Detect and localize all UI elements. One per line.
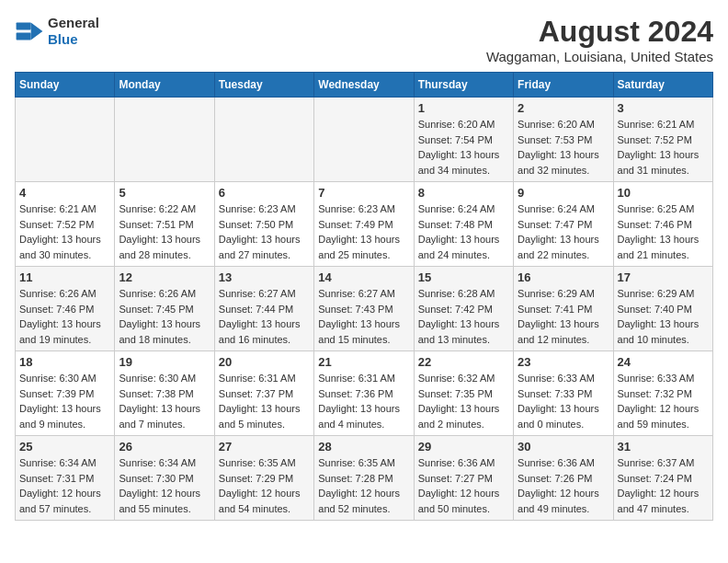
calendar-cell: 10Sunrise: 6:25 AM Sunset: 7:46 PM Dayli… xyxy=(613,182,712,267)
week-row-2: 4Sunrise: 6:21 AM Sunset: 7:52 PM Daylig… xyxy=(16,182,713,267)
day-detail: Sunrise: 6:37 AM Sunset: 7:24 PM Dayligh… xyxy=(618,455,709,516)
day-number: 9 xyxy=(518,186,609,200)
week-row-3: 11Sunrise: 6:26 AM Sunset: 7:46 PM Dayli… xyxy=(16,267,713,351)
day-number: 22 xyxy=(418,355,509,369)
calendar-cell: 15Sunrise: 6:28 AM Sunset: 7:42 PM Dayli… xyxy=(414,267,513,351)
calendar-cell: 23Sunrise: 6:33 AM Sunset: 7:33 PM Dayli… xyxy=(514,351,613,436)
header-row: SundayMondayTuesdayWednesdayThursdayFrid… xyxy=(16,73,713,98)
day-detail: Sunrise: 6:20 AM Sunset: 7:53 PM Dayligh… xyxy=(518,117,609,178)
day-detail: Sunrise: 6:29 AM Sunset: 7:40 PM Dayligh… xyxy=(618,286,709,347)
calendar-cell: 27Sunrise: 6:35 AM Sunset: 7:29 PM Dayli… xyxy=(214,436,313,521)
day-number: 29 xyxy=(418,440,509,454)
calendar-cell: 2Sunrise: 6:20 AM Sunset: 7:53 PM Daylig… xyxy=(514,98,613,182)
calendar-cell xyxy=(314,98,414,182)
day-number: 18 xyxy=(19,355,110,369)
day-detail: Sunrise: 6:26 AM Sunset: 7:46 PM Dayligh… xyxy=(19,286,110,347)
day-number: 4 xyxy=(19,186,110,200)
day-detail: Sunrise: 6:36 AM Sunset: 7:27 PM Dayligh… xyxy=(418,455,509,516)
calendar-cell: 6Sunrise: 6:23 AM Sunset: 7:50 PM Daylig… xyxy=(214,182,313,267)
calendar-table: SundayMondayTuesdayWednesdayThursdayFrid… xyxy=(15,72,713,521)
day-number: 17 xyxy=(618,270,709,284)
day-detail: Sunrise: 6:31 AM Sunset: 7:37 PM Dayligh… xyxy=(219,371,310,431)
calendar-cell: 17Sunrise: 6:29 AM Sunset: 7:40 PM Dayli… xyxy=(613,267,712,351)
week-row-1: 1Sunrise: 6:20 AM Sunset: 7:54 PM Daylig… xyxy=(16,98,713,182)
day-number: 20 xyxy=(219,355,310,369)
day-detail: Sunrise: 6:27 AM Sunset: 7:43 PM Dayligh… xyxy=(318,286,409,347)
day-detail: Sunrise: 6:30 AM Sunset: 7:38 PM Dayligh… xyxy=(119,371,210,431)
week-row-5: 25Sunrise: 6:34 AM Sunset: 7:31 PM Dayli… xyxy=(16,436,713,521)
day-number: 13 xyxy=(219,270,310,284)
calendar-cell: 28Sunrise: 6:35 AM Sunset: 7:28 PM Dayli… xyxy=(314,436,414,521)
calendar-cell: 3Sunrise: 6:21 AM Sunset: 7:52 PM Daylig… xyxy=(613,98,712,182)
calendar-cell: 7Sunrise: 6:23 AM Sunset: 7:49 PM Daylig… xyxy=(314,182,414,267)
calendar-cell: 25Sunrise: 6:34 AM Sunset: 7:31 PM Dayli… xyxy=(16,436,115,521)
day-detail: Sunrise: 6:26 AM Sunset: 7:45 PM Dayligh… xyxy=(119,286,210,347)
day-number: 8 xyxy=(418,186,509,200)
day-number: 10 xyxy=(618,186,709,200)
day-number: 1 xyxy=(418,101,509,115)
main-title: August 2024 xyxy=(486,15,713,49)
day-detail: Sunrise: 6:20 AM Sunset: 7:54 PM Dayligh… xyxy=(418,117,509,178)
day-number: 23 xyxy=(518,355,609,369)
day-detail: Sunrise: 6:36 AM Sunset: 7:26 PM Dayligh… xyxy=(518,455,609,516)
day-number: 24 xyxy=(618,355,709,369)
day-number: 31 xyxy=(618,440,709,454)
calendar-cell: 13Sunrise: 6:27 AM Sunset: 7:44 PM Dayli… xyxy=(214,267,313,351)
day-number: 3 xyxy=(618,101,709,115)
day-number: 15 xyxy=(418,270,509,284)
column-header-thursday: Thursday xyxy=(414,73,513,98)
day-detail: Sunrise: 6:27 AM Sunset: 7:44 PM Dayligh… xyxy=(219,286,310,347)
day-number: 14 xyxy=(318,270,409,284)
calendar-cell: 4Sunrise: 6:21 AM Sunset: 7:52 PM Daylig… xyxy=(16,182,115,267)
day-number: 5 xyxy=(119,186,210,200)
day-number: 25 xyxy=(19,440,110,454)
calendar-cell xyxy=(115,98,214,182)
day-number: 27 xyxy=(219,440,310,454)
column-header-sunday: Sunday xyxy=(16,73,115,98)
calendar-cell: 30Sunrise: 6:36 AM Sunset: 7:26 PM Dayli… xyxy=(514,436,613,521)
calendar-cell: 29Sunrise: 6:36 AM Sunset: 7:27 PM Dayli… xyxy=(414,436,513,521)
calendar-cell: 20Sunrise: 6:31 AM Sunset: 7:37 PM Dayli… xyxy=(214,351,313,436)
calendar-cell xyxy=(16,98,115,182)
day-detail: Sunrise: 6:30 AM Sunset: 7:39 PM Dayligh… xyxy=(19,371,110,431)
day-number: 6 xyxy=(219,186,310,200)
column-header-wednesday: Wednesday xyxy=(314,73,414,98)
svg-rect-2 xyxy=(17,22,31,29)
day-number: 26 xyxy=(119,440,210,454)
calendar-cell: 5Sunrise: 6:22 AM Sunset: 7:51 PM Daylig… xyxy=(115,182,214,267)
column-header-monday: Monday xyxy=(115,73,214,98)
calendar-cell: 11Sunrise: 6:26 AM Sunset: 7:46 PM Dayli… xyxy=(16,267,115,351)
logo: General Blue xyxy=(15,15,99,48)
calendar-cell: 12Sunrise: 6:26 AM Sunset: 7:45 PM Dayli… xyxy=(115,267,214,351)
day-number: 12 xyxy=(119,270,210,284)
column-header-saturday: Saturday xyxy=(613,73,712,98)
calendar-cell: 22Sunrise: 6:32 AM Sunset: 7:35 PM Dayli… xyxy=(414,351,513,436)
day-detail: Sunrise: 6:23 AM Sunset: 7:49 PM Dayligh… xyxy=(318,201,409,262)
calendar-cell: 1Sunrise: 6:20 AM Sunset: 7:54 PM Daylig… xyxy=(414,98,513,182)
day-detail: Sunrise: 6:33 AM Sunset: 7:32 PM Dayligh… xyxy=(618,371,709,431)
svg-rect-3 xyxy=(17,33,31,40)
day-detail: Sunrise: 6:29 AM Sunset: 7:41 PM Dayligh… xyxy=(518,286,609,347)
day-detail: Sunrise: 6:24 AM Sunset: 7:48 PM Dayligh… xyxy=(418,201,509,262)
day-number: 19 xyxy=(119,355,210,369)
day-detail: Sunrise: 6:21 AM Sunset: 7:52 PM Dayligh… xyxy=(618,117,709,178)
subtitle: Waggaman, Louisiana, United States xyxy=(486,49,713,64)
day-detail: Sunrise: 6:22 AM Sunset: 7:51 PM Dayligh… xyxy=(119,201,210,262)
column-header-friday: Friday xyxy=(514,73,613,98)
day-detail: Sunrise: 6:31 AM Sunset: 7:36 PM Dayligh… xyxy=(318,371,409,431)
logo-icon xyxy=(15,17,44,46)
day-number: 21 xyxy=(318,355,409,369)
calendar-cell: 31Sunrise: 6:37 AM Sunset: 7:24 PM Dayli… xyxy=(613,436,712,521)
day-detail: Sunrise: 6:24 AM Sunset: 7:47 PM Dayligh… xyxy=(518,201,609,262)
day-detail: Sunrise: 6:33 AM Sunset: 7:33 PM Dayligh… xyxy=(518,371,609,431)
calendar-cell: 24Sunrise: 6:33 AM Sunset: 7:32 PM Dayli… xyxy=(613,351,712,436)
day-number: 16 xyxy=(518,270,609,284)
page-header: General Blue August 2024 Waggaman, Louis… xyxy=(15,15,713,64)
day-detail: Sunrise: 6:35 AM Sunset: 7:29 PM Dayligh… xyxy=(219,455,310,516)
day-number: 28 xyxy=(318,440,409,454)
day-detail: Sunrise: 6:32 AM Sunset: 7:35 PM Dayligh… xyxy=(418,371,509,431)
calendar-cell xyxy=(214,98,313,182)
calendar-cell: 8Sunrise: 6:24 AM Sunset: 7:48 PM Daylig… xyxy=(414,182,513,267)
calendar-cell: 26Sunrise: 6:34 AM Sunset: 7:30 PM Dayli… xyxy=(115,436,214,521)
calendar-cell: 19Sunrise: 6:30 AM Sunset: 7:38 PM Dayli… xyxy=(115,351,214,436)
